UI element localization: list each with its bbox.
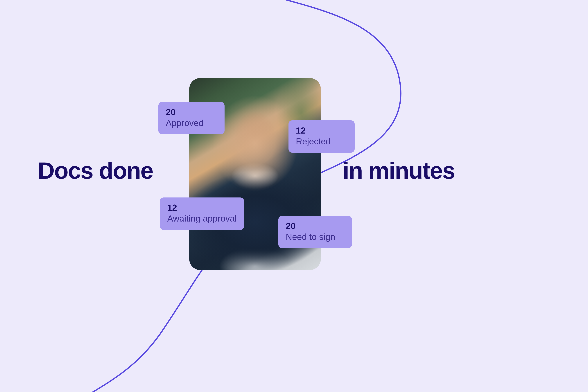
headline-right: in minutes (343, 157, 455, 184)
headline-left: Docs done (38, 157, 153, 184)
stat-card-awaiting: 12 Awaiting approval (160, 198, 244, 230)
stat-label: Awaiting approval (167, 214, 237, 224)
stat-count: 12 (296, 126, 347, 136)
stat-count: 12 (167, 203, 237, 213)
stat-count: 20 (166, 108, 217, 117)
stat-card-approved: 20 Approved (158, 102, 224, 134)
stat-card-need-sign: 20 Need to sign (278, 216, 352, 248)
stat-card-rejected: 12 Rejected (288, 120, 355, 153)
stat-label: Approved (166, 118, 217, 128)
stat-label: Need to sign (286, 232, 344, 242)
stat-label: Rejected (296, 136, 347, 146)
stat-count: 20 (286, 221, 344, 231)
